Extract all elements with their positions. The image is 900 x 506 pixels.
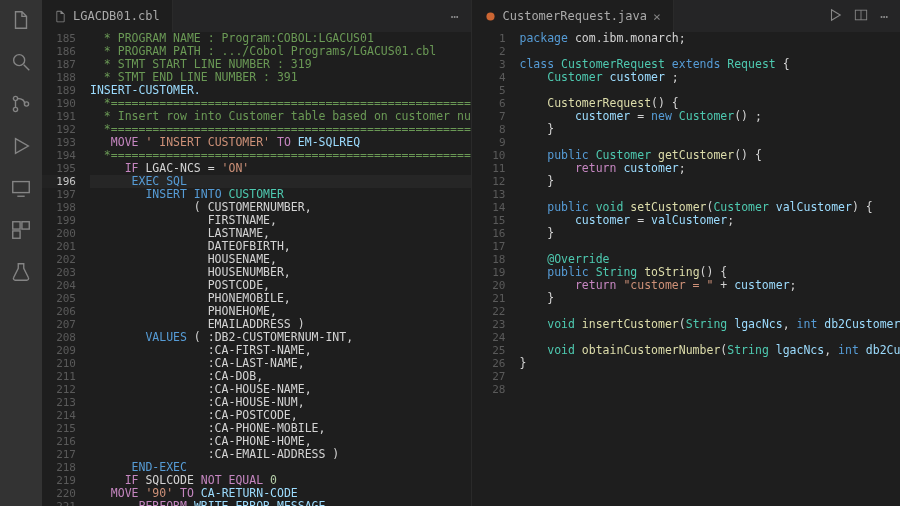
editor-split: LGACDB01.cbl ⋯ 1851861871881891901911921… xyxy=(42,0,900,506)
code-line xyxy=(520,370,901,383)
line-number: 19 xyxy=(472,266,506,279)
code-line: customer = new Customer() ; xyxy=(520,110,901,123)
line-number: 188 xyxy=(42,71,76,84)
line-number: 28 xyxy=(472,383,506,396)
line-number: 189 xyxy=(42,84,76,97)
line-number: 17 xyxy=(472,240,506,253)
split-editor-icon[interactable] xyxy=(848,8,874,25)
svg-point-2 xyxy=(13,96,17,100)
tabbar-left: LGACDB01.cbl ⋯ xyxy=(42,0,471,32)
svg-line-1 xyxy=(24,65,30,71)
code-line: return "customer = " + customer; xyxy=(520,279,901,292)
line-number: 12 xyxy=(472,175,506,188)
line-number: 208 xyxy=(42,331,76,344)
close-icon[interactable]: × xyxy=(653,9,661,24)
line-number: 185 xyxy=(42,32,76,45)
code-line: } xyxy=(520,175,901,188)
line-number: 25 xyxy=(472,344,506,357)
line-number: 18 xyxy=(472,253,506,266)
code-line: } xyxy=(520,292,901,305)
tabbar-right: CustomerRequest.java × ⋯ xyxy=(472,0,901,32)
editor-group-right: CustomerRequest.java × ⋯ 123456789101112… xyxy=(472,0,901,506)
code-line: Customer customer ; xyxy=(520,71,901,84)
svg-rect-8 xyxy=(22,222,29,229)
line-number: 5 xyxy=(472,84,506,97)
file-icon xyxy=(54,10,67,23)
line-number: 14 xyxy=(472,201,506,214)
line-number: 190 xyxy=(42,97,76,110)
tab-filename: LGACDB01.cbl xyxy=(73,9,160,23)
remote-icon[interactable] xyxy=(9,176,33,200)
line-number: 197 xyxy=(42,188,76,201)
line-number: 22 xyxy=(472,305,506,318)
line-number: 214 xyxy=(42,409,76,422)
code-line: PERFORM WRITE-ERROR-MESSAGE xyxy=(90,500,471,506)
line-number: 192 xyxy=(42,123,76,136)
line-number: 24 xyxy=(472,331,506,344)
line-number: 212 xyxy=(42,383,76,396)
code-line: return customer; xyxy=(520,162,901,175)
line-number: 7 xyxy=(472,110,506,123)
line-number: 193 xyxy=(42,136,76,149)
code-line: } xyxy=(520,123,901,136)
code-line: customer = valCustomer; xyxy=(520,214,901,227)
line-number: 3 xyxy=(472,58,506,71)
tab-java[interactable]: CustomerRequest.java × xyxy=(472,0,674,32)
line-number: 206 xyxy=(42,305,76,318)
line-number: 8 xyxy=(472,123,506,136)
search-icon[interactable] xyxy=(9,50,33,74)
activity-bar xyxy=(0,0,42,506)
line-number: 220 xyxy=(42,487,76,500)
line-number: 27 xyxy=(472,370,506,383)
code-line: } xyxy=(520,227,901,240)
line-number: 200 xyxy=(42,227,76,240)
code-line: void obtainCustomerNumber(String lgacNcs… xyxy=(520,344,901,357)
test-icon[interactable] xyxy=(9,260,33,284)
cobol-editor[interactable]: 1851861871881891901911921931941951961971… xyxy=(42,32,471,506)
line-number: 198 xyxy=(42,201,76,214)
debug-icon[interactable] xyxy=(9,134,33,158)
line-number: 210 xyxy=(42,357,76,370)
line-number: 9 xyxy=(472,136,506,149)
line-number: 6 xyxy=(472,97,506,110)
svg-rect-9 xyxy=(13,231,20,238)
line-number: 26 xyxy=(472,357,506,370)
more-actions-icon[interactable]: ⋯ xyxy=(874,9,894,24)
line-number: 1 xyxy=(472,32,506,45)
line-number: 217 xyxy=(42,448,76,461)
line-number: 209 xyxy=(42,344,76,357)
line-number: 15 xyxy=(472,214,506,227)
line-number: 216 xyxy=(42,435,76,448)
line-number: 195 xyxy=(42,162,76,175)
line-number: 213 xyxy=(42,396,76,409)
code-line: } xyxy=(520,357,901,370)
line-number: 219 xyxy=(42,474,76,487)
files-icon[interactable] xyxy=(9,8,33,32)
line-number: 191 xyxy=(42,110,76,123)
line-number: 4 xyxy=(472,71,506,84)
line-number: 187 xyxy=(42,58,76,71)
java-editor[interactable]: 1234567891011121314151617181920212223242… xyxy=(472,32,901,506)
line-number: 207 xyxy=(42,318,76,331)
line-number: 202 xyxy=(42,253,76,266)
line-number: 205 xyxy=(42,292,76,305)
svg-point-0 xyxy=(14,55,25,66)
line-number: 2 xyxy=(472,45,506,58)
source-control-icon[interactable] xyxy=(9,92,33,116)
line-number: 215 xyxy=(42,422,76,435)
more-actions-icon[interactable]: ⋯ xyxy=(445,9,465,24)
code-line xyxy=(520,383,901,396)
tab-cobol[interactable]: LGACDB01.cbl xyxy=(42,0,173,32)
line-number: 16 xyxy=(472,227,506,240)
code-line: package com.ibm.monarch; xyxy=(520,32,901,45)
editor-group-left: LGACDB01.cbl ⋯ 1851861871881891901911921… xyxy=(42,0,472,506)
line-number: 13 xyxy=(472,188,506,201)
run-icon[interactable] xyxy=(822,8,848,25)
code-line: void insertCustomer(String lgacNcs, int … xyxy=(520,318,901,331)
line-number: 10 xyxy=(472,149,506,162)
extensions-icon[interactable] xyxy=(9,218,33,242)
line-number: 20 xyxy=(472,279,506,292)
line-number: 11 xyxy=(472,162,506,175)
line-number: 218 xyxy=(42,461,76,474)
line-number: 203 xyxy=(42,266,76,279)
